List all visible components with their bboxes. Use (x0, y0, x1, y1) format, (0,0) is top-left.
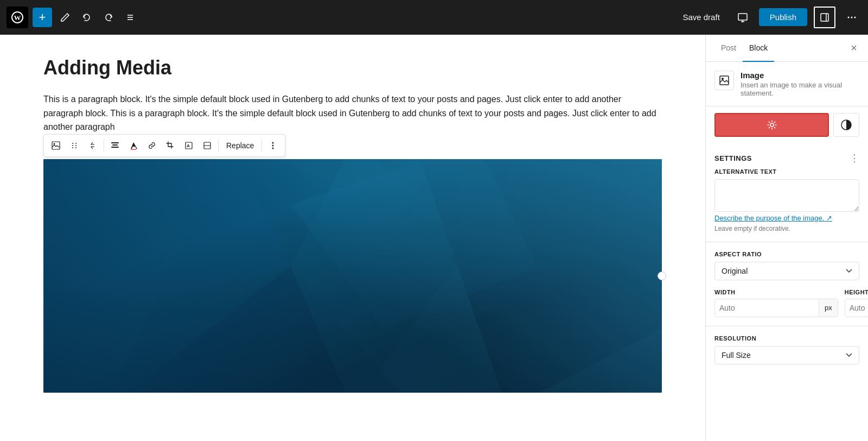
redo-button[interactable] (99, 8, 118, 27)
sidebar-tabs: Post Block × (706, 35, 868, 62)
alt-text-label: ALTERNATIVE TEXT (714, 168, 859, 175)
svg-text:A: A (187, 143, 190, 148)
divider-1 (706, 242, 868, 242)
paragraph-text[interactable]: This is a paragraph block. It's the simp… (43, 92, 662, 134)
svg-rect-23 (111, 147, 119, 148)
sidebar-toggle-button[interactable] (814, 7, 835, 28)
toolbar-divider-1 (104, 139, 104, 152)
settings-buttons-row (706, 106, 868, 143)
move-up-down-button[interactable] (84, 137, 101, 154)
svg-marker-36 (414, 159, 662, 393)
image-icon (52, 141, 60, 150)
svg-marker-37 (43, 159, 291, 329)
svg-rect-5 (738, 14, 747, 20)
svg-point-17 (72, 145, 73, 146)
svg-marker-35 (229, 159, 600, 393)
width-field-col: WIDTH px (714, 289, 838, 317)
preview-button[interactable] (733, 8, 752, 27)
aspect-ratio-select[interactable]: Original 1:1 4:3 16:9 Custom (714, 262, 859, 280)
main-layout: Adding Media This is a paragraph block. … (0, 35, 868, 441)
sidebar-close-button[interactable]: × (848, 40, 859, 56)
crop-icon (166, 141, 175, 150)
svg-point-42 (770, 123, 774, 127)
svg-point-11 (851, 16, 853, 18)
svg-point-16 (75, 143, 76, 144)
alt-text-field-group: ALTERNATIVE TEXT Describe the purpose of… (706, 168, 868, 242)
crop-button[interactable] (162, 137, 179, 154)
alt-text-input[interactable] (714, 179, 859, 212)
resize-handle[interactable] (658, 272, 666, 280)
toolbar-divider-3 (261, 139, 262, 152)
more-options-button[interactable] (842, 8, 861, 27)
undo-button[interactable] (77, 8, 97, 27)
width-input-wrapper: px (714, 299, 838, 317)
duotone-button[interactable] (199, 137, 216, 154)
save-draft-button[interactable]: Save draft (676, 9, 726, 25)
align-button[interactable] (106, 137, 124, 154)
alt-text-hint: Leave empty if decorative. (714, 225, 790, 232)
height-input[interactable] (845, 299, 868, 317)
redo-icon (104, 12, 113, 22)
image-tool-button[interactable] (47, 137, 65, 154)
resolution-select[interactable]: Full Size Large Medium Thumbnail (714, 346, 859, 364)
tab-post[interactable]: Post (714, 35, 743, 62)
svg-point-20 (75, 147, 76, 148)
dimensions-field-group: WIDTH px HEIGHT px (706, 289, 868, 326)
top-bar-right: Save draft Publish (676, 7, 861, 28)
settings-section-header: Settings ⋮ (706, 143, 868, 168)
arrows-icon (89, 141, 97, 150)
text-color-button[interactable] (125, 137, 142, 154)
block-toolbar: A Replace (43, 134, 285, 157)
svg-rect-21 (111, 142, 119, 143)
alt-text-link[interactable]: Describe the purpose of the image. ↗ (714, 214, 859, 222)
link-button[interactable] (143, 137, 161, 154)
svg-point-15 (72, 143, 73, 144)
resolution-label: RESOLUTION (714, 335, 859, 342)
svg-marker-38 (291, 159, 538, 329)
settings-gear-button[interactable] (714, 113, 829, 137)
height-field-col: HEIGHT px (845, 289, 868, 317)
block-more-icon (272, 141, 274, 150)
image-display[interactable] (43, 159, 662, 393)
svg-marker-39 (105, 267, 353, 393)
width-input[interactable] (715, 299, 819, 317)
image-block: A Replace (43, 134, 662, 393)
replace-button[interactable]: Replace (221, 139, 259, 152)
pencil-tool-button[interactable] (55, 8, 75, 27)
list-view-button[interactable] (120, 8, 140, 27)
pencil-icon (60, 12, 70, 22)
drag-handle-button[interactable] (66, 137, 83, 154)
svg-point-30 (272, 144, 274, 146)
wp-logo: W (7, 7, 28, 28)
tab-block[interactable]: Block (743, 35, 774, 62)
plus-icon: + (39, 10, 46, 24)
text-overlay-icon: A (184, 141, 193, 150)
block-type-description: Insert an image to make a visual stateme… (741, 81, 859, 97)
add-block-button[interactable]: + (33, 8, 52, 27)
undo-icon (82, 12, 92, 22)
height-label: HEIGHT (845, 289, 868, 295)
svg-rect-32 (43, 159, 662, 393)
text-overlay-button[interactable]: A (180, 137, 197, 154)
drag-icon (71, 142, 78, 149)
block-info-text: Image Insert an image to make a visual s… (741, 71, 859, 97)
settings-more-button[interactable]: ⋮ (850, 152, 859, 164)
svg-point-12 (854, 16, 856, 18)
sidebar-icon (820, 12, 829, 22)
block-type-icon (714, 71, 734, 90)
more-icon (846, 12, 857, 23)
svg-marker-34 (105, 159, 476, 393)
svg-point-10 (848, 16, 850, 18)
svg-point-31 (272, 147, 274, 149)
publish-button[interactable]: Publish (759, 8, 807, 26)
monitor-icon (737, 12, 748, 23)
width-unit: px (819, 299, 838, 317)
svg-point-14 (54, 143, 55, 144)
dimensions-row: WIDTH px HEIGHT px (714, 289, 859, 317)
right-sidebar: Post Block × Image Insert an image to ma… (705, 35, 868, 441)
top-toolbar: W + Save draft (0, 0, 868, 35)
contrast-button[interactable] (833, 113, 859, 137)
block-more-button[interactable] (264, 137, 282, 154)
width-label: WIDTH (714, 289, 838, 295)
post-title[interactable]: Adding Media (43, 56, 662, 79)
